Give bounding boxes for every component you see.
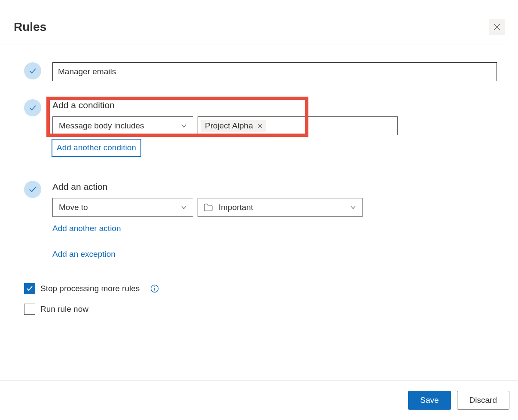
- status-check-name: [24, 62, 41, 79]
- rule-name-input[interactable]: [52, 62, 497, 81]
- run-rule-now-checkbox[interactable]: [24, 304, 35, 315]
- svg-point-1: [154, 286, 155, 287]
- add-another-condition-link[interactable]: Add another condition: [52, 139, 141, 157]
- close-button[interactable]: [489, 19, 505, 35]
- svg-rect-2: [154, 288, 155, 291]
- condition-tag: Project Alpha: [201, 120, 266, 132]
- header: Rules: [0, 0, 518, 45]
- run-rule-now-row: Run rule now: [24, 304, 505, 315]
- add-another-action-link[interactable]: Add another action: [52, 220, 505, 237]
- action-folder-value: Important: [219, 203, 253, 212]
- close-icon: [493, 23, 501, 31]
- status-check-condition: [24, 99, 41, 116]
- action-section-label: Add an action: [52, 182, 505, 192]
- chevron-down-icon: [350, 204, 356, 210]
- action-type-dropdown[interactable]: Move to: [52, 198, 193, 217]
- stop-processing-row: Stop processing more rules: [24, 283, 505, 294]
- action-row: Add an action Move to Important: [24, 181, 505, 262]
- chevron-down-icon: [181, 123, 187, 129]
- save-button[interactable]: Save: [408, 391, 451, 410]
- discard-button[interactable]: Discard: [457, 391, 509, 410]
- folder-icon: [204, 204, 213, 211]
- condition-value-input[interactable]: Project Alpha: [198, 116, 398, 135]
- tag-remove-icon[interactable]: [257, 123, 263, 129]
- page-title: Rules: [14, 20, 46, 34]
- footer: Save Discard: [0, 380, 518, 420]
- condition-type-value: Message body includes: [59, 121, 144, 131]
- condition-tag-label: Project Alpha: [205, 121, 253, 131]
- stop-processing-checkbox[interactable]: [24, 283, 35, 294]
- check-icon: [28, 103, 37, 112]
- stop-processing-label: Stop processing more rules: [40, 284, 140, 293]
- add-exception-link[interactable]: Add an exception: [52, 246, 505, 262]
- check-icon: [28, 185, 37, 194]
- condition-section-label: Add a condition: [52, 100, 505, 110]
- action-folder-dropdown[interactable]: Important: [198, 198, 363, 217]
- condition-row: Add a condition Message body includes Pr…: [24, 99, 505, 157]
- check-icon: [28, 67, 37, 75]
- check-icon: [26, 285, 34, 292]
- action-type-value: Move to: [59, 203, 88, 212]
- rule-name-row: [24, 62, 505, 81]
- info-icon[interactable]: [150, 284, 159, 293]
- status-check-action: [24, 181, 41, 198]
- chevron-down-icon: [181, 204, 187, 210]
- run-rule-now-label: Run rule now: [40, 304, 88, 314]
- condition-type-dropdown[interactable]: Message body includes: [52, 116, 193, 135]
